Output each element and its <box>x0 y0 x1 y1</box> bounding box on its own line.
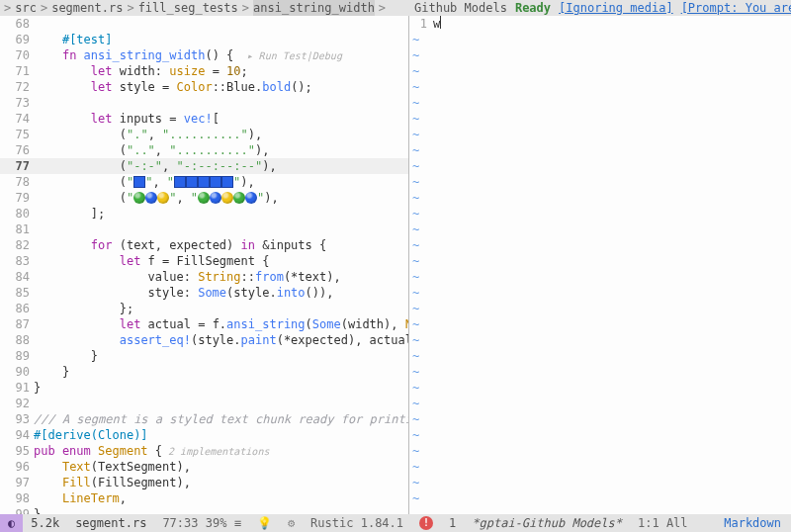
indent <box>34 175 120 189</box>
chevron-right-icon: > <box>4 0 11 16</box>
input-text[interactable]: w <box>433 16 440 32</box>
green-circle-icon <box>133 192 145 204</box>
txt: f = FillSegment { <box>140 254 269 268</box>
status-bar: ◐ 5.2k segment.rs 77:33 39% ≡ 💡 ⚙ Rustic… <box>0 514 791 532</box>
tilde-icon: ~ <box>409 32 423 47</box>
line-number: 70 <box>0 47 34 63</box>
status-buffer-name[interactable]: *gptai-Github Models* <box>464 515 630 531</box>
rust-version[interactable]: Rustic 1.84.1 <box>303 515 411 531</box>
current-line[interactable]: 77 ("-:-", "-:--:--:--"), <box>0 158 408 174</box>
txt: (); <box>291 80 312 94</box>
breadcrumb-bar: > src > segment.rs > fill_seg_tests > an… <box>0 0 408 16</box>
assistant-status: Ready <box>515 0 551 16</box>
keyword: pub enum <box>34 444 91 458</box>
tilde-icon: ~ <box>409 174 423 190</box>
ignoring-media-link[interactable]: [Ignoring media] <box>559 0 673 16</box>
tilde-icon: ~ <box>409 301 423 316</box>
tilde-icon: ~ <box>409 475 423 490</box>
indent <box>34 476 62 489</box>
fn: into <box>277 286 306 300</box>
c: , <box>152 175 166 189</box>
tilde-icon: ~ <box>409 142 423 158</box>
field: value: <box>148 270 199 284</box>
macro: vec! <box>184 112 213 126</box>
txt: (width), <box>341 317 405 331</box>
txt: (style. <box>191 333 241 347</box>
string: ".........." <box>169 143 255 157</box>
chevron-right-icon: > <box>41 0 47 16</box>
mode-indicator[interactable]: ◐ <box>0 514 23 532</box>
indent <box>34 143 120 157</box>
keyword: let <box>91 80 113 94</box>
line-number: 69 <box>0 32 34 47</box>
tilde-icon: ~ <box>409 206 423 222</box>
error-icon: ! <box>419 516 433 530</box>
indent <box>34 491 62 505</box>
breadcrumb-src[interactable]: src <box>15 0 37 16</box>
breadcrumb-file[interactable]: segment.rs <box>51 0 123 16</box>
line-number: 90 <box>0 364 34 380</box>
string: "-:-" <box>127 159 162 173</box>
line-number: 78 <box>0 174 34 190</box>
breadcrumb-function[interactable]: ansi_string_width <box>253 0 375 16</box>
p: } <box>34 381 41 395</box>
prompt-link[interactable]: [Prompt: You are an exp…] <box>681 0 791 16</box>
error-indicator[interactable]: ! <box>411 516 441 530</box>
txt: (style. <box>226 286 277 300</box>
codelens-run-test[interactable]: ▸ Run Test|Debug <box>241 50 342 61</box>
fn-name: ansi_string_width <box>84 48 206 62</box>
status-filetype[interactable]: Markdown <box>716 515 791 531</box>
fn: from <box>255 270 284 284</box>
txt: inputs = <box>112 112 183 126</box>
status-file[interactable]: segment.rs <box>67 515 154 531</box>
p: ), <box>255 143 269 157</box>
indent <box>34 207 91 221</box>
chevron-right-icon: > <box>379 0 386 16</box>
indent <box>34 365 62 379</box>
indent <box>34 317 120 331</box>
txt: (text, expected) <box>112 238 240 252</box>
line-number: 82 <box>0 237 34 253</box>
cursor-icon <box>440 16 441 29</box>
line-number: 87 <box>0 316 34 332</box>
indent <box>34 270 148 284</box>
editor-root: > src > segment.rs > fill_seg_tests > an… <box>0 0 791 532</box>
string: ".........." <box>162 128 248 141</box>
sig: () <box>205 48 219 62</box>
tilde-icon: ~ <box>409 490 423 506</box>
line-number: 72 <box>0 79 34 95</box>
line-number: 74 <box>0 111 34 127</box>
tilde-icon: ~ <box>409 348 423 364</box>
gear-icon[interactable]: ⚙ <box>280 515 303 531</box>
line-number: 79 <box>0 190 34 206</box>
yellow-circle-icon <box>157 192 169 204</box>
p: ), <box>262 159 276 173</box>
c: , <box>155 143 169 157</box>
attribute: #[test] <box>62 33 113 46</box>
assistant-pane[interactable]: 1w ~ ~ ~ ~ ~ ~ ~ ~ ~ ~ ~ ~ ~ ~ ~ ~ ~ ~ ~ <box>408 16 791 514</box>
codelens-implementations[interactable]: 2 implementations <box>162 446 269 457</box>
line-number: 98 <box>0 490 34 506</box>
p: ), <box>240 175 254 189</box>
p: }; <box>120 302 133 315</box>
indent <box>34 80 91 94</box>
txt: ()), <box>306 286 334 300</box>
line-number: 83 <box>0 253 34 269</box>
line-number: 99 <box>0 506 34 514</box>
tilde-icon: ~ <box>409 190 423 206</box>
string: "." <box>127 128 148 141</box>
txt: :: <box>241 270 255 284</box>
lightbulb-icon[interactable]: 💡 <box>249 515 280 531</box>
tilde-icon: ~ <box>409 222 423 237</box>
keyword: for <box>91 238 113 252</box>
code-pane[interactable]: 68 69 #[test] 70 fn ansi_string_width() … <box>0 16 408 514</box>
attribute: #[derive(Clone)] <box>34 428 148 442</box>
txt: &inputs { <box>255 238 326 252</box>
line-number: 96 <box>0 459 34 475</box>
breadcrumb-module[interactable]: fill_seg_tests <box>138 0 238 16</box>
tilde-icon: ~ <box>409 63 423 79</box>
txt: ::Blue. <box>213 80 263 94</box>
semi: ; <box>241 64 248 78</box>
indent <box>34 460 62 474</box>
blue-circle-icon <box>145 192 157 204</box>
